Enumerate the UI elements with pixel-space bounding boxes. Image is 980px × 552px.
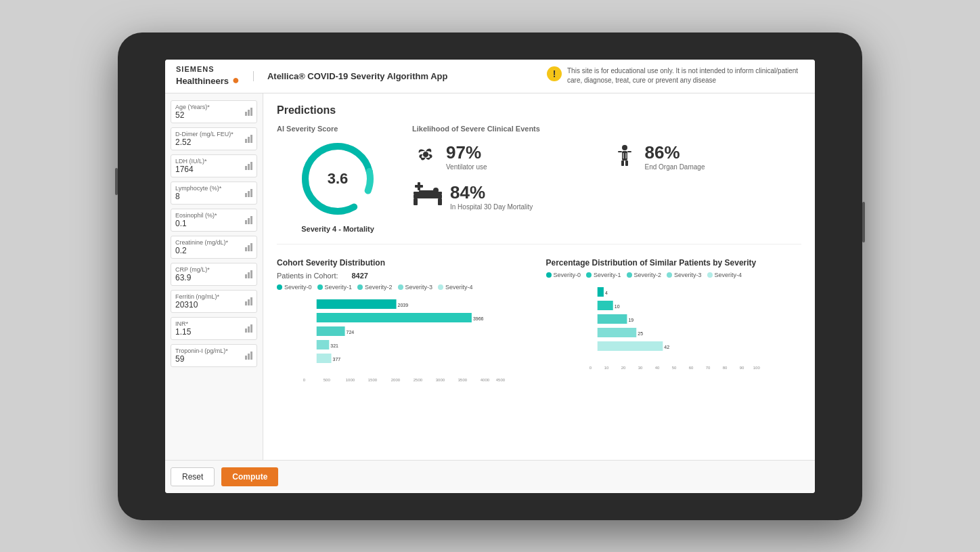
svg-text:1500: 1500 [368, 378, 378, 382]
field-value: 1.15 [175, 327, 191, 337]
svg-text:2039: 2039 [398, 303, 409, 307]
content-area: Predictions AI Severity Score [263, 93, 815, 460]
compute-button[interactable]: Compute [221, 467, 278, 486]
svg-text:4500: 4500 [496, 378, 506, 382]
legend-item: Severity-1 [586, 272, 621, 278]
tablet-device: SIEMENS Healthineers ● Atellica® COVID-1… [118, 33, 862, 520]
patients-count-row: Patients in Cohort: 8427 [277, 272, 533, 280]
svg-rect-22 [317, 313, 472, 322]
tablet-side-button [115, 168, 118, 195]
bar-chart-icon [245, 324, 252, 333]
percentage-chart-container: Percentage Distribution of Similar Patie… [546, 258, 802, 387]
sidebar-field[interactable]: Lymphocyte (%)* 8 [171, 182, 257, 205]
svg-text:25: 25 [638, 331, 643, 336]
sidebar-field[interactable]: LDH (IU/L)* 1764 [171, 154, 257, 177]
svg-text:20: 20 [621, 366, 625, 370]
field-label: D-Dimer (mg/L FEU)* [175, 131, 252, 137]
bottom-actions: Reset Compute [165, 460, 815, 493]
bar-chart-icon [245, 162, 252, 170]
bar-chart-icon [245, 108, 252, 116]
svg-text:80: 80 [722, 366, 727, 370]
clinical-events-area: Likelihood of Severe Clinical Events [412, 125, 801, 233]
ventilator-details: 97% Ventilator use [446, 142, 487, 171]
svg-text:3000: 3000 [436, 378, 445, 382]
bar-chart-icon [245, 352, 252, 360]
sidebar: Age (Years)* 52 D-Dimer (mg/L FEU)* 2.52… [165, 93, 263, 460]
field-label: CRP (mg/L)* [175, 266, 252, 273]
svg-point-3 [423, 152, 428, 157]
field-label: Ferritin (ng/mL)* [175, 293, 252, 300]
bar-chart-icon [245, 216, 252, 224]
svg-text:724: 724 [347, 330, 355, 335]
field-value: 20310 [175, 300, 198, 310]
sidebar-field[interactable]: Age (Years)* 52 [171, 100, 257, 123]
svg-text:1000: 1000 [346, 378, 355, 382]
warning-banner: ! This site is for educational use only.… [547, 66, 804, 85]
legend-item: Severity-3 [398, 284, 433, 291]
events-grid: 97% Ventilator use [412, 141, 801, 213]
cohort-legend: Severity-0Severity-1Severity-2Severity-3… [277, 284, 533, 291]
patients-label: Patients in Cohort: [277, 272, 338, 280]
svg-text:0: 0 [303, 378, 306, 382]
svg-rect-24 [317, 326, 345, 336]
svg-rect-7 [627, 151, 631, 152]
organ-icon [611, 141, 638, 173]
svg-rect-14 [438, 198, 442, 205]
svg-text:377: 377 [333, 357, 341, 362]
reset-button[interactable]: Reset [171, 467, 215, 486]
mortality-details: 84% In Hospital 30 Day Mortality [450, 182, 533, 211]
logo-area: SIEMENS Healthineers ● [176, 65, 240, 87]
ventilator-icon [412, 141, 439, 173]
svg-rect-13 [414, 198, 418, 205]
tablet-side-button-right [862, 202, 865, 242]
sidebar-field[interactable]: INR* 1.15 [171, 317, 257, 340]
cohort-bar-chart: 20393966724321377 [277, 296, 533, 370]
sidebar-field[interactable]: Creatinine (mg/dL)* 0.2 [171, 236, 257, 259]
field-label: LDH (IU/L)* [175, 158, 252, 165]
ventilator-percentage: 97% [446, 142, 487, 163]
bar-chart-icon [245, 270, 252, 278]
field-label: INR* [175, 320, 252, 327]
svg-point-16 [433, 188, 439, 193]
svg-text:2000: 2000 [391, 378, 401, 382]
patients-value: 8427 [352, 272, 368, 280]
svg-text:10: 10 [604, 366, 608, 370]
gauge-container: 3.6 [297, 138, 378, 219]
sidebar-field[interactable]: Troponin-I (pg/mL)* 59 [171, 344, 257, 367]
legend-item: Severity-1 [317, 284, 353, 291]
gauge-label: AI Severity Score [277, 125, 399, 133]
svg-text:321: 321 [330, 343, 338, 348]
field-label: Age (Years)* [175, 104, 252, 110]
sidebar-field[interactable]: D-Dimer (mg/L FEU)* 2.52 [171, 127, 257, 150]
sidebar-field[interactable]: CRP (mg/L)* 63.9 [171, 263, 257, 286]
main-layout: Age (Years)* 52 D-Dimer (mg/L FEU)* 2.52… [165, 93, 815, 460]
svg-text:42: 42 [664, 345, 669, 349]
svg-rect-6 [618, 151, 622, 152]
organ-percentage: 86% [645, 142, 705, 163]
logo-dot: ● [229, 73, 240, 87]
legend-item: Severity-3 [667, 272, 702, 278]
event-mortality: 84% In Hospital 30 Day Mortality [412, 181, 801, 213]
svg-rect-20 [317, 299, 397, 309]
bar-chart-icon [245, 135, 252, 143]
field-value: 59 [175, 354, 184, 364]
field-value: 1764 [175, 165, 194, 174]
severity-gauge-area: AI Severity Score 3.6 [277, 125, 399, 233]
sidebar-field[interactable]: Eosinophil (%)* 0.1 [171, 209, 257, 232]
logo-siemens: SIEMENS [176, 65, 240, 73]
legend-item: Severity-2 [627, 272, 662, 278]
severity-description: Severity 4 - Mortality [277, 225, 399, 233]
bar-chart-icon [245, 243, 252, 251]
app-title: Atellica® COVID-19 Severity Algorithm Ap… [253, 71, 448, 81]
field-value: 0.1 [175, 219, 187, 228]
sidebar-field[interactable]: Ferritin (ng/mL)* 20310 [171, 290, 257, 313]
predictions-title: Predictions [277, 104, 801, 116]
percentage-legend: Severity-0Severity-1Severity-2Severity-3… [546, 272, 802, 278]
logo-healthineers: Healthineers ● [176, 73, 240, 87]
svg-text:0: 0 [589, 366, 592, 370]
svg-rect-19 [415, 185, 423, 188]
svg-rect-17 [419, 190, 434, 194]
svg-text:40: 40 [654, 366, 659, 370]
field-label: Lymphocyte (%)* [175, 185, 252, 192]
tablet-screen: SIEMENS Healthineers ● Atellica® COVID-1… [165, 60, 815, 493]
